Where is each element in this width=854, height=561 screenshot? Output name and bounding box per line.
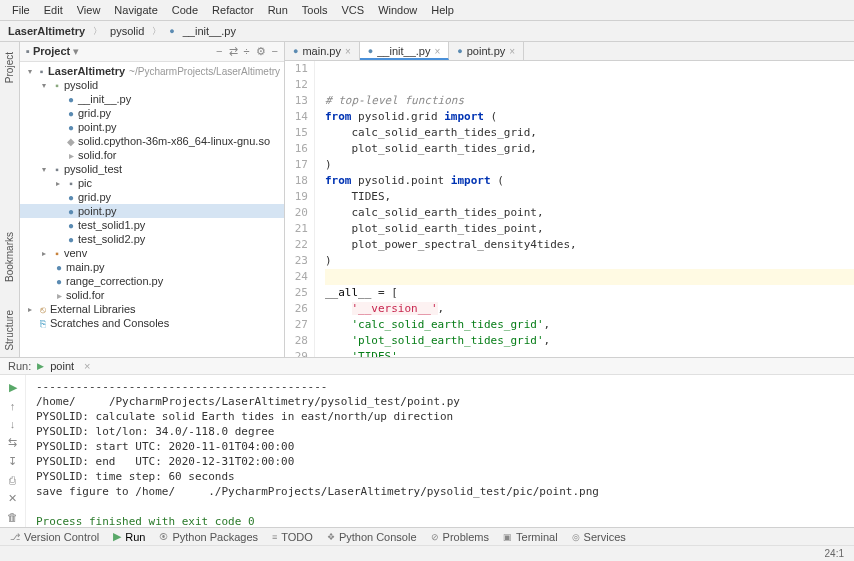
tree-item-label: solid.for [66, 289, 105, 301]
tree-folder-venv[interactable]: ▸▪ venv [20, 246, 284, 260]
breadcrumb-sep-icon [150, 24, 163, 38]
cursor-position[interactable]: 24:1 [825, 548, 844, 559]
hide-icon[interactable]: − [272, 45, 278, 58]
tree-file-ts1[interactable]: ●test_solid1.py [20, 218, 284, 232]
tab-init[interactable]: ● __init__.py × [360, 42, 450, 60]
wrap-icon[interactable]: ⇆ [8, 436, 17, 449]
print-icon[interactable]: ⎙ [9, 474, 16, 486]
tree-item-label: __init__.py [78, 93, 131, 105]
tree-folder-pysolid[interactable]: ▾▪ pysolid [20, 78, 284, 92]
tree-file-for[interactable]: ▸solid.for [20, 148, 284, 162]
tree-item-label: grid.py [78, 107, 111, 119]
tab-point[interactable]: ● point.py × [449, 42, 524, 60]
editor-tabbar: ● main.py × ● __init__.py × ● point.py × [285, 42, 854, 61]
menu-help[interactable]: Help [425, 2, 460, 18]
python-file-icon: ● [293, 46, 298, 56]
rail-project-button[interactable]: Project [2, 46, 17, 89]
run-config-name[interactable]: point [50, 360, 74, 372]
tool-problems[interactable]: ⊘Problems [431, 531, 489, 543]
expand-all-icon[interactable]: ÷ [244, 45, 250, 58]
tab-label: main.py [302, 45, 341, 57]
tree-file-so[interactable]: ◆solid.cpython-36m-x86_64-linux-gnu.so [20, 134, 284, 148]
rail-structure-button[interactable]: Structure [2, 304, 17, 357]
run-config-icon: ▶ [37, 361, 44, 371]
main-menu: File Edit View Navigate Code Refactor Ru… [0, 0, 854, 21]
tree-root[interactable]: ▾▪ LaserAltimetry ~/PycharmProjects/Lase… [20, 64, 284, 78]
tool-todo[interactable]: ≡TODO [272, 531, 313, 543]
delete-icon[interactable]: 🗑 [7, 511, 18, 523]
tree-folder-pysolid-test[interactable]: ▾▪ pysolid_test [20, 162, 284, 176]
tree-item-label: External Libraries [50, 303, 136, 315]
tool-terminal[interactable]: ▣Terminal [503, 531, 558, 543]
code-content[interactable]: # top-level functionsfrom pysolid.grid i… [315, 61, 854, 357]
rail-bookmarks-button[interactable]: Bookmarks [2, 226, 17, 288]
menu-view[interactable]: View [71, 2, 107, 18]
tree-item-label: solid.cpython-36m-x86_64-linux-gnu.so [78, 135, 270, 147]
up-icon[interactable]: ↑ [10, 400, 16, 412]
tree-external-libs[interactable]: ▸⎋ External Libraries [20, 302, 284, 316]
tree-file-range[interactable]: ●range_correction.py [20, 274, 284, 288]
collapse-icon[interactable]: − [216, 45, 222, 58]
run-panel: Run: ▶ point × ▶ ↑ ↓ ⇆ ↧ ⎙ ✕ 🗑 ---------… [0, 357, 854, 527]
menu-edit[interactable]: Edit [38, 2, 69, 18]
tree-file-main[interactable]: ●main.py [20, 260, 284, 274]
menu-run[interactable]: Run [262, 2, 294, 18]
project-panel: ▪ Project ▾ − ⇄ ÷ ⚙ − ▾▪ LaserAltimetry … [20, 42, 285, 357]
breadcrumb-folder[interactable]: pysolid [110, 25, 144, 37]
tree-file-ts2[interactable]: ●test_solid2.py [20, 232, 284, 246]
tree-file-point[interactable]: ●point.py [20, 120, 284, 134]
dropdown-icon[interactable]: ▾ [73, 45, 79, 57]
settings-icon[interactable]: ⚙ [256, 45, 266, 58]
scroll-icon[interactable]: ↧ [8, 455, 17, 468]
tool-version-control[interactable]: ⎇Version Control [10, 531, 99, 543]
close-icon[interactable]: × [509, 46, 515, 57]
tree-file-tpoint[interactable]: ●point.py [20, 204, 284, 218]
tree-file-init[interactable]: ●__init__.py [20, 92, 284, 106]
run-toolbar: ▶ ↑ ↓ ⇆ ↧ ⎙ ✕ 🗑 [0, 375, 26, 533]
select-opened-icon[interactable]: ⇄ [229, 45, 238, 58]
line-gutter: 11121314151617181920212223242526272829 [285, 61, 315, 357]
menu-refactor[interactable]: Refactor [206, 2, 260, 18]
tool-services[interactable]: ◎Services [572, 531, 626, 543]
run-output[interactable]: ----------------------------------------… [26, 375, 854, 533]
rerun-icon[interactable]: ▶ [9, 381, 17, 394]
menu-vcs[interactable]: VCS [336, 2, 371, 18]
python-file-icon: ● [457, 46, 462, 56]
tree-file-tgrid[interactable]: ●grid.py [20, 190, 284, 204]
tool-run[interactable]: ▶Run [113, 530, 145, 543]
editor-area: ● main.py × ● __init__.py × ● point.py ×… [285, 42, 854, 357]
breadcrumb-project[interactable]: LaserAltimetry [8, 25, 85, 37]
tab-label: __init__.py [377, 45, 430, 57]
tree-item-label: pic [78, 177, 92, 189]
menu-tools[interactable]: Tools [296, 2, 334, 18]
project-panel-header: ▪ Project ▾ − ⇄ ÷ ⚙ − [20, 42, 284, 62]
menu-navigate[interactable]: Navigate [108, 2, 163, 18]
tree-item-label: test_solid1.py [78, 219, 145, 231]
status-bar: 24:1 [0, 545, 854, 561]
tool-python-console[interactable]: ❖Python Console [327, 531, 417, 543]
project-tree[interactable]: ▾▪ LaserAltimetry ~/PycharmProjects/Lase… [20, 62, 284, 357]
tool-python-packages[interactable]: ⦿Python Packages [159, 531, 258, 543]
tree-folder-pic[interactable]: ▸▪ pic [20, 176, 284, 190]
down-icon[interactable]: ↓ [10, 418, 16, 430]
close-icon[interactable]: × [345, 46, 351, 57]
code-editor[interactable]: 11121314151617181920212223242526272829 #… [285, 61, 854, 357]
tree-item-label: main.py [66, 261, 105, 273]
close-icon[interactable]: × [434, 46, 440, 57]
menu-file[interactable]: File [6, 2, 36, 18]
run-label: Run: [8, 360, 31, 372]
tab-main[interactable]: ● main.py × [285, 42, 360, 60]
tree-item-label: point.py [78, 205, 117, 217]
tree-item-label: grid.py [78, 191, 111, 203]
clear-icon[interactable]: ✕ [8, 492, 17, 505]
tree-file-sfor[interactable]: ▸solid.for [20, 288, 284, 302]
menu-code[interactable]: Code [166, 2, 204, 18]
tree-scratches[interactable]: ⎘ Scratches and Consoles [20, 316, 284, 330]
tree-file-grid[interactable]: ●grid.py [20, 106, 284, 120]
menu-window[interactable]: Window [372, 2, 423, 18]
tree-item-label: LaserAltimetry [48, 65, 125, 77]
close-icon[interactable]: × [84, 360, 90, 372]
tree-item-label: pysolid [64, 79, 98, 91]
tree-item-path: ~/PycharmProjects/LaserAltimetry [129, 66, 280, 77]
breadcrumb-file[interactable]: __init__.py [183, 25, 236, 37]
